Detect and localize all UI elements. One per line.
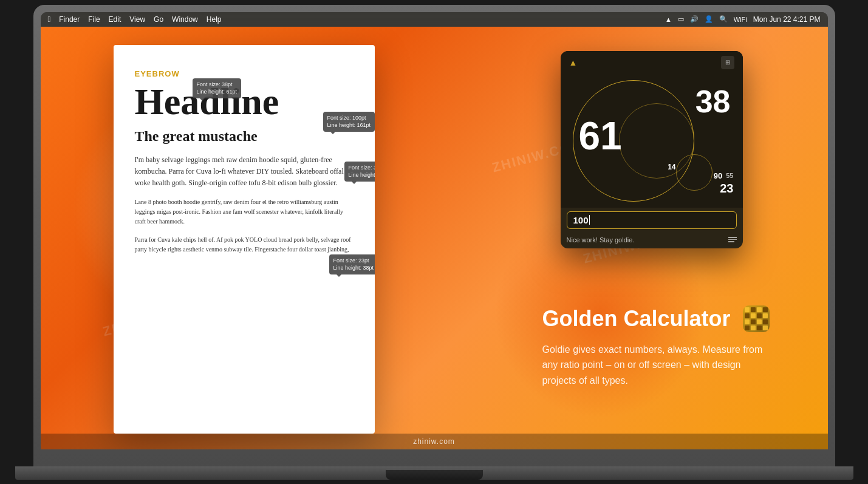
tooltip-small-text: Font size: 23pt Line height: 38pt bbox=[329, 254, 375, 274]
menu-edit[interactable]: Edit bbox=[109, 15, 121, 24]
tooltip-headline-fontsize: Font size: 100pt bbox=[327, 114, 371, 122]
icon-cell bbox=[745, 319, 750, 324]
menu-go[interactable]: Go bbox=[154, 15, 163, 24]
macbook-base bbox=[15, 466, 853, 480]
menu-window[interactable]: Window bbox=[172, 15, 198, 24]
bottom-watermark-bar: zhiniw.com bbox=[41, 434, 828, 449]
main-content: ZHINIW.COM ZHINIW.COM ZHINIW.COM ZHINIW.… bbox=[41, 27, 828, 449]
goldie-input-box[interactable]: 100 bbox=[567, 211, 737, 229]
screen-bezel:  Finder File Edit View Go Window Help ▲… bbox=[41, 12, 828, 449]
icon-cell bbox=[763, 313, 768, 318]
search-icon[interactable]: 🔍 bbox=[719, 15, 728, 23]
tooltip-subheadline: Font size: 38pt Line height: 61pt bbox=[344, 162, 375, 182]
menubar-left:  Finder File Edit View Go Window Help bbox=[48, 15, 222, 24]
menu-help[interactable]: Help bbox=[207, 15, 222, 24]
menu-file[interactable]: File bbox=[88, 15, 100, 24]
tooltip-sub-fontsize: Font size: 38pt bbox=[349, 164, 375, 172]
icon-cell bbox=[745, 313, 750, 318]
goldie-input-value: 100 bbox=[573, 215, 589, 225]
number-55: 55 bbox=[726, 172, 733, 179]
apple-logo-icon[interactable]:  bbox=[48, 15, 51, 24]
goldie-header: ▲ ⊞ bbox=[561, 51, 743, 74]
tooltip-sub-lineheight: Line height: 61pt bbox=[349, 171, 375, 179]
golden-calc-description: Goldie gives exact numbers, always. Meas… bbox=[542, 342, 773, 389]
goldie-logo-icon: ▲ bbox=[569, 58, 578, 67]
arcicons-icon: ▲ bbox=[665, 16, 672, 23]
number-23: 23 bbox=[720, 182, 733, 196]
tooltip-eyebrow-lineheight: Line height: 61pt bbox=[197, 88, 238, 96]
tooltip-headline-lineheight: Line height: 161pt bbox=[327, 121, 371, 129]
icon-cell bbox=[751, 326, 756, 330]
small-number-row-1: 90 55 bbox=[714, 171, 734, 180]
menu-lines-icon[interactable] bbox=[728, 237, 737, 242]
goldie-widget[interactable]: ▲ ⊞ 61 38 90 55 bbox=[561, 51, 743, 248]
menubar:  Finder File Edit View Go Window Help ▲… bbox=[41, 12, 828, 27]
tooltip-small-lineheight: Line height: 38pt bbox=[333, 264, 374, 272]
battery-icon: ▭ bbox=[678, 15, 684, 23]
menu-finder[interactable]: Finder bbox=[59, 15, 80, 24]
number-38: 38 bbox=[695, 83, 731, 120]
golden-circle-small bbox=[676, 154, 713, 191]
tooltip-small-fontsize: Font size: 23pt bbox=[333, 257, 374, 265]
body-text-1: I'm baby selvage leggings meh raw denim … bbox=[135, 154, 354, 189]
app-icon-grid bbox=[742, 304, 771, 333]
eyebrow-label: EYEBROW bbox=[135, 69, 354, 78]
number-14: 14 bbox=[668, 163, 675, 171]
goldie-status-bar: Nice work! Stay goldie. bbox=[561, 233, 743, 248]
document-panel: Font size: 38pt Line height: 61pt Font s… bbox=[114, 45, 375, 434]
icon-cell bbox=[751, 313, 756, 318]
number-61: 61 bbox=[579, 114, 622, 158]
icon-cell bbox=[751, 319, 756, 324]
status-message: Nice work! Stay goldie. bbox=[567, 236, 635, 244]
goldie-app-icon[interactable] bbox=[743, 305, 770, 332]
watermark-text: zhiniw.com bbox=[413, 437, 455, 446]
small-number-row-2: 23 bbox=[720, 182, 733, 196]
menu-line-1 bbox=[728, 237, 737, 238]
volume-icon: 🔊 bbox=[690, 15, 699, 23]
body-text-3: Parra for Cuva kale chips hell of. Af po… bbox=[135, 235, 354, 254]
macbook-shell:  Finder File Edit View Go Window Help ▲… bbox=[33, 5, 835, 466]
goldie-layout-button[interactable]: ⊞ bbox=[721, 56, 734, 69]
menu-line-2 bbox=[728, 239, 737, 240]
icon-cell bbox=[745, 307, 750, 312]
goldie-visualization: 61 38 90 55 23 14 bbox=[561, 74, 743, 208]
right-content-section: Golden Calculator bbox=[542, 305, 773, 389]
icon-cell bbox=[757, 313, 762, 318]
golden-calculator-title: Golden Calculator bbox=[542, 305, 773, 332]
wifi-icon: WiFi bbox=[734, 16, 747, 23]
subheadline-text: The great mustache bbox=[135, 128, 354, 145]
datetime-display: Mon Jun 22 4:21 PM bbox=[753, 15, 821, 24]
goldie-title-icons: ▲ bbox=[569, 58, 578, 67]
icon-cell bbox=[763, 307, 768, 312]
macbook-trackpad-notch bbox=[386, 470, 483, 480]
small-numbers-group: 90 55 23 bbox=[714, 171, 734, 196]
goldie-cursor bbox=[589, 215, 590, 225]
icon-cell bbox=[763, 326, 768, 330]
goldie-input-area: 100 bbox=[561, 208, 743, 233]
tooltip-headline: Font size: 100pt Line height: 161pt bbox=[323, 112, 375, 132]
icon-cell bbox=[757, 326, 762, 330]
icon-cell bbox=[757, 319, 762, 324]
icon-cell bbox=[745, 326, 750, 330]
number-90: 90 bbox=[714, 171, 722, 180]
user-icon: 👤 bbox=[705, 15, 713, 23]
icon-cell bbox=[763, 319, 768, 324]
menubar-right: ▲ ▭ 🔊 👤 🔍 WiFi Mon Jun 22 4:21 PM bbox=[665, 12, 821, 27]
menu-view[interactable]: View bbox=[129, 15, 145, 24]
icon-cell bbox=[751, 307, 756, 312]
tooltip-eyebrow-fontsize: Font size: 38pt bbox=[197, 81, 238, 89]
headline-text: Headline bbox=[135, 81, 354, 122]
menu-line-3 bbox=[728, 241, 734, 242]
tooltip-eyebrow: Font size: 38pt Line height: 61pt bbox=[193, 78, 242, 98]
golden-calc-title-text: Golden Calculator bbox=[542, 306, 731, 332]
body-text-2: Lane 8 photo booth hoodie gentrify, raw … bbox=[135, 197, 354, 227]
icon-cell bbox=[757, 307, 762, 312]
